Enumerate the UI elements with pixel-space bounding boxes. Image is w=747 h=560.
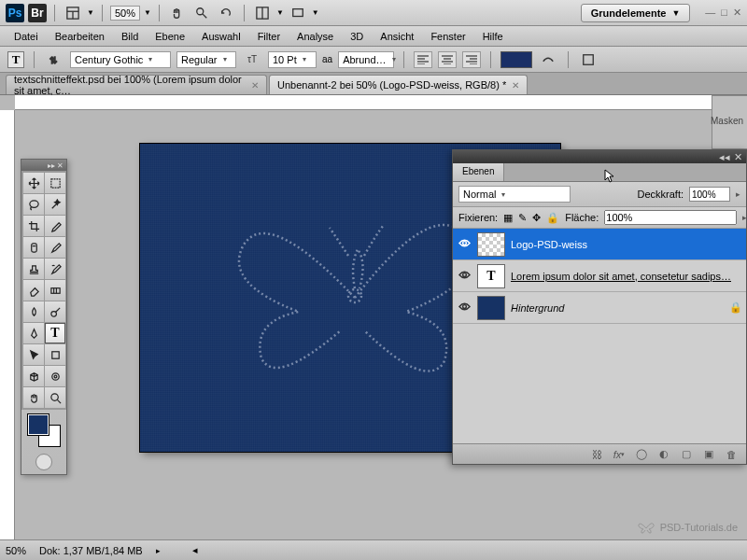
close-icon[interactable]: ✕ (733, 7, 741, 19)
adjustment-icon[interactable]: ◐ (656, 447, 671, 462)
lasso-tool[interactable] (23, 194, 44, 215)
move-tool[interactable] (23, 173, 44, 193)
visibility-icon[interactable] (457, 269, 472, 283)
document-tab[interactable]: Unbenannt-2 bei 50% (Logo-PSD-weiss, RGB… (269, 75, 528, 94)
zoom-tool[interactable] (45, 387, 65, 408)
text-color-swatch[interactable] (500, 51, 532, 68)
zoom-icon[interactable] (191, 3, 212, 23)
eraser-tool[interactable] (23, 280, 44, 301)
close-tab-icon[interactable]: ✕ (512, 80, 519, 91)
hand-icon[interactable] (167, 3, 188, 23)
font-size-select[interactable]: 10 Pt (268, 51, 317, 68)
layer-row[interactable]: Logo-PSD-weiss (453, 229, 746, 260)
layer-name[interactable]: Lorem ipsum dolor sit amet, consetetur s… (511, 271, 742, 282)
new-layer-icon[interactable]: ▣ (701, 447, 716, 462)
stamp-tool[interactable] (23, 259, 44, 279)
layer-thumbnail[interactable] (477, 232, 505, 257)
lock-transparency-icon[interactable]: ▦ (503, 211, 513, 224)
align-center-icon[interactable] (438, 51, 457, 68)
menu-filter[interactable]: Filter (249, 28, 289, 45)
menu-fenster[interactable]: Fenster (422, 28, 473, 45)
menu-bild[interactable]: Bild (113, 28, 147, 45)
menu-hilfe[interactable]: Hilfe (474, 28, 512, 45)
link-icon[interactable]: ⛓ (589, 447, 604, 462)
menu-auswahl[interactable]: Auswahl (193, 28, 249, 45)
zoom-select[interactable]: 50% (110, 6, 140, 21)
document-tab[interactable]: textschnitteffekt.psd bei 100% (Lorem ip… (6, 75, 267, 94)
status-zoom[interactable]: 50% (6, 545, 26, 556)
history-brush-tool[interactable] (45, 259, 65, 279)
color-picker[interactable] (27, 413, 61, 447)
rotate-icon[interactable] (216, 3, 236, 23)
mask-icon[interactable]: ◯ (634, 447, 649, 462)
warp-text-icon[interactable] (538, 49, 558, 70)
quickmask-toggle[interactable] (35, 454, 52, 470)
shape-tool[interactable] (45, 344, 65, 365)
menu-bearbeiten[interactable]: Bearbeiten (47, 28, 113, 45)
lock-position-icon[interactable]: ✥ (532, 211, 541, 224)
panel-header[interactable]: ◂◂✕ (453, 150, 746, 163)
menu-ebene[interactable]: Ebene (147, 28, 193, 45)
toolbox-header[interactable]: ▸▸ ✕ (21, 160, 66, 171)
menu-ansicht[interactable]: Ansicht (372, 28, 422, 45)
antialias-select[interactable]: Abrund… (338, 51, 394, 68)
workspace-switcher[interactable]: Grundelemente▼ (581, 4, 691, 22)
bridge-logo-icon[interactable]: Br (28, 4, 47, 22)
gradient-tool[interactable] (45, 280, 65, 301)
pen-tool[interactable] (23, 323, 44, 343)
foreground-color[interactable] (27, 413, 49, 436)
layer-name[interactable]: Logo-PSD-weiss (511, 239, 742, 250)
crop-tool[interactable] (23, 216, 44, 236)
align-right-icon[interactable] (462, 51, 481, 68)
group-icon[interactable]: ▢ (679, 447, 694, 462)
hand-tool[interactable] (23, 387, 44, 408)
visibility-icon[interactable] (457, 301, 472, 315)
menu-datei[interactable]: Datei (6, 28, 47, 45)
menu-analyse[interactable]: Analyse (289, 28, 342, 45)
opacity-input[interactable] (689, 187, 730, 202)
close-tab-icon[interactable]: ✕ (251, 80, 259, 91)
layer-row[interactable]: T Lorem ipsum dolor sit amet, consetetur… (453, 260, 746, 292)
wand-tool[interactable] (45, 194, 65, 215)
layer-thumbnail[interactable]: T (477, 264, 505, 288)
maximize-icon[interactable]: □ (721, 7, 727, 19)
font-weight-select[interactable]: Regular (176, 51, 236, 68)
arrange-icon[interactable] (252, 3, 273, 23)
type-tool[interactable]: T (45, 323, 65, 343)
brush-tool[interactable] (45, 237, 65, 258)
marquee-tool[interactable] (45, 173, 65, 193)
orientation-icon[interactable]: ⇅ (44, 49, 64, 70)
character-panel-icon[interactable] (578, 49, 599, 70)
photoshop-logo-icon[interactable]: Ps (6, 4, 24, 22)
healing-tool[interactable] (23, 237, 44, 258)
3d-camera-tool[interactable] (45, 366, 65, 386)
path-select-tool[interactable] (23, 344, 44, 365)
ruler-horizontal[interactable] (15, 95, 747, 110)
delete-icon[interactable]: 🗑 (724, 447, 739, 462)
dodge-tool[interactable] (45, 301, 65, 322)
visibility-icon[interactable] (457, 237, 472, 251)
minimize-icon[interactable]: — (705, 7, 715, 19)
eyedropper-tool[interactable] (45, 216, 65, 236)
3d-tool[interactable] (23, 366, 44, 386)
font-family-select[interactable]: Century Gothic (70, 51, 171, 68)
layer-name[interactable]: Hintergrund (511, 302, 724, 314)
status-docinfo[interactable]: Dok: 1,37 MB/1,84 MB (39, 545, 143, 556)
ruler-vertical[interactable] (0, 110, 15, 539)
masken-tab[interactable]: Masken (711, 116, 743, 126)
fill-input[interactable] (604, 210, 737, 225)
menu-3d[interactable]: 3D (342, 28, 372, 45)
svg-point-3 (197, 7, 204, 14)
screenmode-icon[interactable] (288, 3, 308, 23)
layers-tab[interactable]: Ebenen (453, 163, 504, 181)
svg-point-35 (54, 375, 57, 378)
lock-paint-icon[interactable]: ✎ (518, 211, 527, 224)
layer-row[interactable]: Hintergrund 🔒 (453, 292, 746, 324)
blur-tool[interactable] (23, 301, 44, 322)
layer-thumbnail[interactable] (477, 296, 505, 320)
blend-mode-select[interactable]: Normal (458, 186, 571, 203)
layout-icon[interactable] (63, 3, 83, 23)
lock-all-icon[interactable]: 🔒 (546, 211, 559, 224)
align-left-icon[interactable] (414, 51, 432, 68)
fx-icon[interactable]: fx▾ (612, 447, 627, 462)
